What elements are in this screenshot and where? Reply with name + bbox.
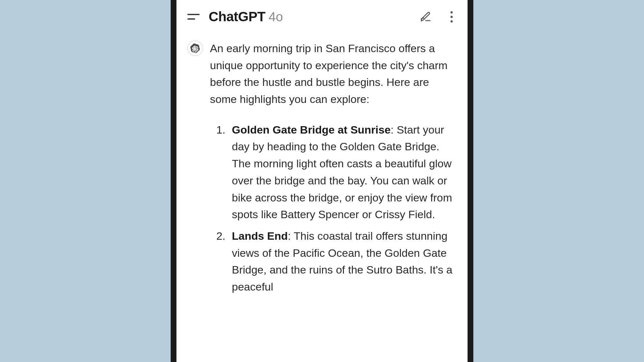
more-icon [450,11,453,14]
openai-logo-icon [190,43,200,53]
list-item-body: : Start your day by heading to the Golde… [232,124,452,220]
title-group[interactable]: ChatGPT 4o [209,9,413,24]
edit-icon [420,11,431,23]
list-item-text: Lands End: This coastal trail offers stu… [232,227,453,295]
more-options-button[interactable] [446,10,457,24]
header-bar: ChatGPT 4o [176,0,468,31]
list-item: 1. Golden Gate Bridge at Sunrise: Start … [214,121,453,223]
assistant-message: An early morning trip in San Francisco o… [187,40,453,300]
model-label: 4o [269,10,283,24]
more-icon [450,20,453,23]
list-item-text: Golden Gate Bridge at Sunrise: Start you… [232,121,453,223]
message-content: An early morning trip in San Francisco o… [176,31,468,362]
message-body: An early morning trip in San Francisco o… [210,40,453,300]
app-screen: ChatGPT 4o [176,0,468,362]
new-chat-button[interactable] [419,10,433,24]
list-item: 2. Lands End: This coastal trail offers … [214,227,453,295]
menu-icon [187,14,200,15]
list-item-title: Lands End [232,230,288,242]
app-title: ChatGPT [209,9,265,24]
list-item-title: Golden Gate Bridge at Sunrise [232,124,391,136]
device-frame: ChatGPT 4o [171,0,473,362]
assistant-avatar [187,41,203,56]
menu-icon [187,18,195,20]
list-number: 1. [214,121,225,223]
numbered-list: 1. Golden Gate Bridge at Sunrise: Start … [210,121,453,295]
menu-button[interactable] [187,10,202,24]
intro-paragraph: An early morning trip in San Francisco o… [210,40,453,108]
more-icon [450,16,453,18]
list-number: 2. [214,227,225,295]
